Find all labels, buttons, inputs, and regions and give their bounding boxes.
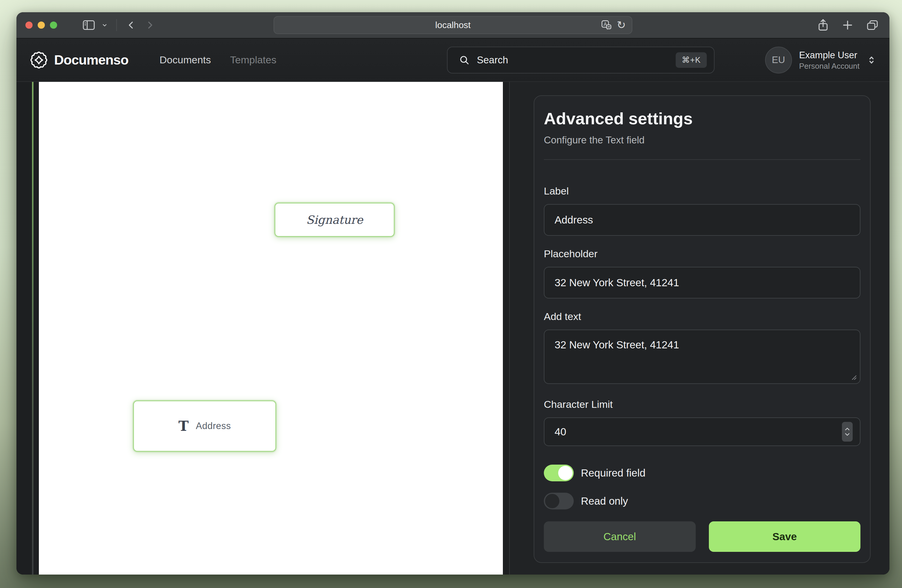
reload-icon[interactable]: ↻ xyxy=(617,20,626,30)
read-only-label: Read only xyxy=(581,495,628,507)
user-name: Example User xyxy=(799,49,860,61)
documenso-seal-icon xyxy=(30,51,48,69)
nav-templates[interactable]: Templates xyxy=(230,54,277,66)
add-text-field-label: Add text xyxy=(544,310,860,322)
label-input[interactable] xyxy=(544,204,860,236)
resize-grip-icon[interactable] xyxy=(851,374,857,380)
close-window-button[interactable] xyxy=(25,22,33,29)
search-icon xyxy=(459,55,470,66)
content-area: Signature T Address Advanced settings Co… xyxy=(16,82,889,575)
signature-field-box[interactable]: Signature xyxy=(274,203,395,237)
share-icon[interactable] xyxy=(817,19,829,32)
address-bar[interactable]: localhost A ↻ xyxy=(274,16,632,34)
tab-overview-icon[interactable] xyxy=(866,19,879,31)
forward-button[interactable] xyxy=(143,18,157,32)
documenso-logo[interactable]: Documenso xyxy=(30,51,128,69)
character-limit-input[interactable] xyxy=(544,418,860,446)
browser-toolbar: localhost A ↻ xyxy=(16,12,889,39)
browser-window: localhost A ↻ xyxy=(16,12,889,575)
placeholder-input[interactable] xyxy=(544,267,860,299)
address-field-label: Address xyxy=(196,421,231,432)
search-placeholder: Search xyxy=(477,55,508,66)
toggle-knob xyxy=(545,494,559,508)
search-input[interactable]: Search ⌘+K xyxy=(447,47,714,74)
document-page: Signature T Address xyxy=(39,82,503,575)
avatar-initials: EU xyxy=(772,55,785,66)
number-stepper[interactable] xyxy=(842,422,853,442)
address-field-box[interactable]: T Address xyxy=(133,400,276,452)
minimize-window-button[interactable] xyxy=(38,22,45,29)
save-button[interactable]: Save xyxy=(709,521,861,552)
panel-title: Advanced settings xyxy=(544,109,860,128)
placeholder-field-label: Placeholder xyxy=(544,248,860,260)
url-text: localhost xyxy=(435,20,471,30)
required-field-label: Required field xyxy=(581,467,645,479)
panel-subtitle: Configure the Text field xyxy=(544,134,860,146)
user-account-type: Personal Account xyxy=(799,61,860,71)
translate-icon[interactable]: A xyxy=(601,19,612,31)
back-button[interactable] xyxy=(124,18,138,32)
text-field-icon: T xyxy=(179,419,189,433)
add-text-textarea[interactable]: 32 New York Street, 41241 xyxy=(544,330,860,384)
character-limit-field-label: Character Limit xyxy=(544,398,860,410)
label-field-label: Label xyxy=(544,185,860,197)
sidebar-chevron-icon[interactable] xyxy=(100,18,109,32)
maximize-window-button[interactable] xyxy=(50,22,57,29)
required-field-toggle[interactable] xyxy=(544,464,574,481)
sidebar-toggle-icon[interactable] xyxy=(81,18,96,32)
main-nav: Documents Templates xyxy=(160,54,277,66)
signature-field-label: Signature xyxy=(306,213,363,227)
user-menu[interactable]: EU Example User Personal Account xyxy=(765,47,876,74)
recipient-color-strip xyxy=(32,82,33,575)
traffic-lights xyxy=(25,22,57,29)
app-header: Documenso Documents Templates Search ⌘+K… xyxy=(16,39,889,82)
toolbar-divider xyxy=(116,19,117,31)
search-shortcut-badge: ⌘+K xyxy=(676,52,707,68)
divider xyxy=(544,159,860,160)
read-only-toggle[interactable] xyxy=(544,493,574,510)
nav-documents[interactable]: Documents xyxy=(160,54,211,66)
new-tab-icon[interactable] xyxy=(842,19,853,31)
chevrons-up-down-icon xyxy=(867,55,876,66)
logo-text: Documenso xyxy=(54,52,128,68)
settings-panel: Advanced settings Configure the Text fie… xyxy=(509,82,889,575)
advanced-settings-card: Advanced settings Configure the Text fie… xyxy=(534,95,871,563)
toggle-knob xyxy=(558,466,573,480)
avatar: EU xyxy=(765,47,792,74)
cancel-button[interactable]: Cancel xyxy=(544,521,696,552)
